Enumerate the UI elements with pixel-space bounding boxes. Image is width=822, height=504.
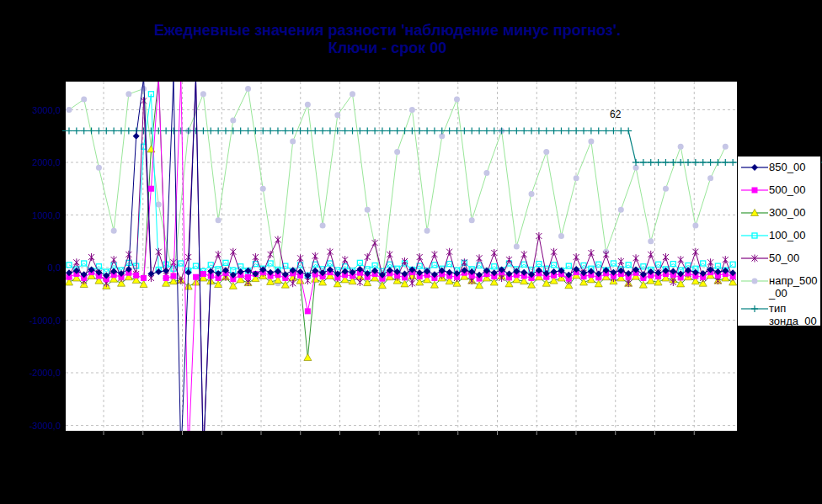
y-tick-label: 3000,0 <box>8 105 61 116</box>
legend-item-100_00: 100_00 <box>740 229 819 241</box>
y-tick-label: -2000,0 <box>8 368 61 379</box>
legend-item-50_00: 50_00 <box>740 252 819 264</box>
chart-page: Ежедневные значения разности 'наблюдение… <box>0 0 822 504</box>
asterisk-marker-icon <box>740 252 769 264</box>
legend-label: 50_00 <box>769 252 799 264</box>
y-tick-label: 0,0 <box>8 263 61 273</box>
legend-item-500_00: 500_00 <box>740 183 819 196</box>
plus-marker-icon <box>740 303 769 315</box>
legend-item-300_00: 300_00 <box>740 206 819 219</box>
square-open-marker-icon <box>740 230 769 241</box>
y-tick-label: 2000,0 <box>8 157 61 168</box>
legend-label: 100_00 <box>769 229 805 241</box>
legend-box: 850_00500_00300_00100_0050_00напр_500 _0… <box>737 156 821 326</box>
y-tick-label: -3000,0 <box>8 421 61 432</box>
legend-label: 500_00 <box>769 183 805 196</box>
legend-item-тип-зонда_00: тип зонда_00 <box>740 302 819 326</box>
legend-item-850_00: 850_00 <box>740 161 819 173</box>
triangle-marker-icon <box>740 207 769 219</box>
diamond-marker-icon <box>740 162 769 173</box>
x-axis-ticks <box>104 431 694 435</box>
y-tick-label: -1000,0 <box>8 316 61 326</box>
legend-label: 300_00 <box>769 206 805 219</box>
y-tick-label: 1000,0 <box>8 210 61 221</box>
legend-label: тип зонда_00 <box>769 302 817 326</box>
legend-label: напр_500 _00 <box>769 274 818 300</box>
legend-label: 850_00 <box>769 161 805 173</box>
legend-item-напр_500_00: напр_500 _00 <box>740 274 819 300</box>
plot-canvas <box>0 0 822 504</box>
circle-marker-icon <box>740 275 769 287</box>
data-label-62: 62 <box>610 109 621 120</box>
square-marker-icon <box>740 184 769 196</box>
